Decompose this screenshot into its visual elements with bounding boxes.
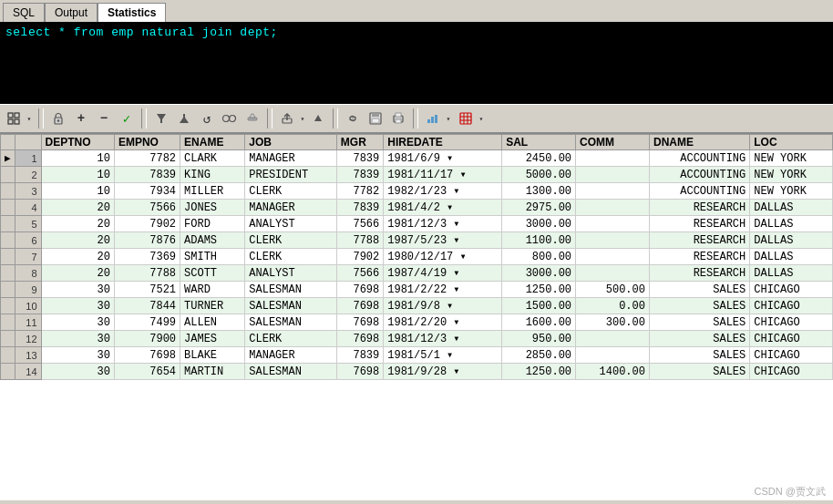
table-row[interactable]: 3107934MILLERCLERK77821982/1/23 ▾1300.00… [1, 183, 833, 200]
cell-hiredate[interactable]: 1981/4/2 ▾ [384, 200, 502, 216]
cell-sal[interactable]: 3000.00 [502, 216, 576, 232]
cell-dname[interactable]: RESEARCH [649, 216, 749, 232]
cell-loc[interactable]: NEW YORK [750, 183, 833, 200]
cell-sal[interactable]: 2850.00 [502, 347, 576, 364]
chart-icon[interactable] [423, 108, 443, 129]
cell-comm[interactable] [576, 249, 650, 265]
cell-empno[interactable]: 7902 [114, 216, 180, 232]
cell-job[interactable]: PRESIDENT [245, 167, 336, 183]
cell-mgr[interactable]: 7839 [336, 167, 383, 183]
table-row[interactable]: 10307844TURNERSALESMAN76981981/9/8 ▾1500… [1, 298, 833, 314]
col-job[interactable]: JOB [245, 135, 336, 150]
link-button[interactable] [343, 108, 363, 129]
cell-comm[interactable] [576, 216, 650, 232]
cell-sal[interactable]: 1100.00 [502, 232, 576, 249]
cell-empno[interactable]: 7521 [114, 282, 180, 298]
cell-comm[interactable]: 500.00 [576, 282, 650, 298]
cell-ename[interactable]: ALLEN [180, 314, 245, 331]
sql-editor[interactable]: select * from emp natural join dept; [0, 22, 833, 104]
table-row[interactable]: ▶1107782CLARKMANAGER78391981/6/9 ▾2450.0… [1, 150, 833, 167]
col-sal[interactable]: SAL [502, 135, 576, 150]
cell-dname[interactable]: ACCOUNTING [649, 183, 749, 200]
cell-sal[interactable]: 3000.00 [502, 265, 576, 282]
col-mgr[interactable]: MGR [336, 135, 383, 150]
cell-mgr[interactable]: 7698 [336, 282, 383, 298]
cell-job[interactable]: SALESMAN [245, 298, 336, 314]
cell-hiredate[interactable]: 1980/12/17 ▾ [384, 249, 502, 265]
cell-hiredate[interactable]: 1987/4/19 ▾ [384, 265, 502, 282]
cell-deptno[interactable]: 30 [41, 347, 114, 364]
cell-comm[interactable] [576, 183, 650, 200]
print-button[interactable] [388, 108, 408, 129]
save-button[interactable] [365, 108, 386, 129]
col-rownum[interactable] [15, 135, 41, 150]
confirm-button[interactable]: ✓ [117, 108, 137, 129]
cell-mgr[interactable]: 7839 [336, 200, 383, 216]
cell-mgr[interactable]: 7782 [336, 183, 383, 200]
cell-dname[interactable]: RESEARCH [649, 200, 749, 216]
col-ename[interactable]: ENAME [180, 135, 245, 150]
cell-deptno[interactable]: 30 [41, 314, 114, 331]
export-button[interactable]: ▾ [277, 108, 328, 129]
table-row[interactable]: 6207876ADAMSCLERK77881987/5/23 ▾1100.00R… [1, 232, 833, 249]
cell-mgr[interactable]: 7839 [336, 347, 383, 364]
cell-ename[interactable]: CLARK [180, 150, 245, 167]
table-row[interactable]: 4207566JONESMANAGER78391981/4/2 ▾2975.00… [1, 200, 833, 216]
cell-empno[interactable]: 7782 [114, 150, 180, 167]
tab-statistics[interactable]: Statistics [98, 3, 166, 22]
cell-dname[interactable]: RESEARCH [649, 232, 749, 249]
cell-dname[interactable]: SALES [649, 347, 749, 364]
cell-mgr[interactable]: 7698 [336, 364, 383, 380]
cell-ename[interactable]: KING [180, 167, 245, 183]
col-empno[interactable]: EMPNO [114, 135, 180, 150]
filter-up-button[interactable] [174, 108, 194, 129]
cell-hiredate[interactable]: 1981/11/17 ▾ [384, 167, 502, 183]
cell-comm[interactable] [576, 200, 650, 216]
cell-sal[interactable]: 950.00 [502, 331, 576, 347]
tab-sql[interactable]: SQL [3, 3, 45, 22]
clear-button[interactable] [242, 108, 262, 129]
cell-sal[interactable]: 800.00 [502, 249, 576, 265]
cell-empno[interactable]: 7844 [114, 298, 180, 314]
cell-hiredate[interactable]: 1981/2/20 ▾ [384, 314, 502, 331]
cell-hiredate[interactable]: 1981/12/3 ▾ [384, 331, 502, 347]
cell-ename[interactable]: SCOTT [180, 265, 245, 282]
cell-hiredate[interactable]: 1981/12/3 ▾ [384, 216, 502, 232]
cell-loc[interactable]: DALLAS [750, 216, 833, 232]
search-button[interactable] [220, 108, 240, 129]
cell-loc[interactable]: CHICAGO [750, 331, 833, 347]
cell-loc[interactable]: CHICAGO [750, 314, 833, 331]
add-row-button[interactable]: + [71, 108, 91, 129]
col-loc[interactable]: LOC [750, 135, 833, 150]
refresh-button[interactable]: ↺ [197, 108, 217, 129]
cell-job[interactable]: CLERK [245, 331, 336, 347]
export-up-icon[interactable] [308, 108, 328, 129]
cell-mgr[interactable]: 7698 [336, 314, 383, 331]
cell-dname[interactable]: SALES [649, 364, 749, 380]
cell-ename[interactable]: TURNER [180, 298, 245, 314]
chart-dropdown[interactable]: ▾ [444, 108, 453, 129]
col-dname[interactable]: DNAME [649, 135, 749, 150]
grid-icon[interactable] [4, 108, 24, 129]
cell-mgr[interactable]: 7839 [336, 150, 383, 167]
cell-dname[interactable]: SALES [649, 331, 749, 347]
table-row[interactable]: 2107839KINGPRESIDENT78391981/11/17 ▾5000… [1, 167, 833, 183]
cell-dname[interactable]: SALES [649, 282, 749, 298]
grid-dropdown-arrow[interactable]: ▾ [25, 108, 34, 129]
cell-deptno[interactable]: 10 [41, 150, 114, 167]
cell-empno[interactable]: 7934 [114, 183, 180, 200]
cell-job[interactable]: CLERK [245, 249, 336, 265]
cell-hiredate[interactable]: 1981/5/1 ▾ [384, 347, 502, 364]
cell-job[interactable]: SALESMAN [245, 282, 336, 298]
cell-empno[interactable]: 7369 [114, 249, 180, 265]
cell-hiredate[interactable]: 1981/9/8 ▾ [384, 298, 502, 314]
col-hiredate[interactable]: HIREDATE [384, 135, 502, 150]
table-row[interactable]: 5207902FORDANALYST75661981/12/3 ▾3000.00… [1, 216, 833, 232]
cell-deptno[interactable]: 30 [41, 331, 114, 347]
cell-mgr[interactable]: 7566 [336, 216, 383, 232]
cell-job[interactable]: CLERK [245, 232, 336, 249]
cell-empno[interactable]: 7900 [114, 331, 180, 347]
cell-job[interactable]: MANAGER [245, 200, 336, 216]
cell-hiredate[interactable]: 1981/2/22 ▾ [384, 282, 502, 298]
export-icon[interactable] [277, 108, 297, 129]
